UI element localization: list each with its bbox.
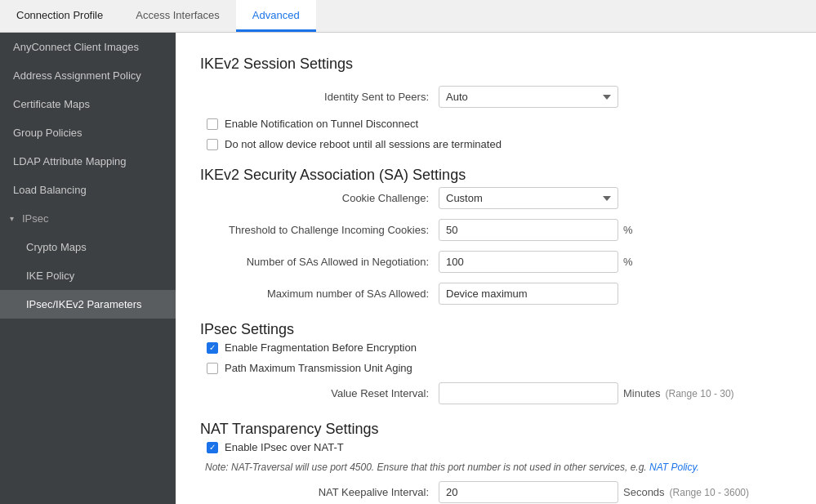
fragmentation-row: Enable Fragmentation Before Encryption: [200, 341, 791, 354]
fragmentation-label: Enable Fragmentation Before Encryption: [225, 341, 417, 354]
sidebar-item-group-policies[interactable]: Group Policies: [0, 118, 176, 147]
keepalive-group: Seconds (Range 10 - 3600): [439, 481, 749, 503]
value-reset-row: Value Reset Interval: Minutes (Range 10 …: [200, 382, 791, 404]
threshold-suffix: %: [623, 224, 633, 236]
value-reset-suffix: Minutes: [623, 387, 661, 399]
cookie-challenge-label: Cookie Challenge:: [200, 192, 429, 204]
threshold-row: Threshold to Challenge Incoming Cookies:…: [200, 219, 791, 241]
threshold-group: %: [439, 219, 633, 241]
identity-sent-label: Identity Sent to Peers:: [200, 91, 429, 103]
chevron-down-icon: ▾: [10, 214, 14, 223]
value-reset-label: Value Reset Interval:: [200, 387, 429, 399]
content-area: IKEv2 Session Settings Identity Sent to …: [176, 33, 816, 504]
sidebar-item-ipsec-group[interactable]: ▾ IPsec: [0, 204, 176, 233]
num-sas-group: %: [439, 251, 633, 273]
fragmentation-checkbox[interactable]: [207, 342, 218, 354]
top-tab-bar: Connection Profile Access Interfaces Adv…: [0, 0, 816, 33]
keepalive-input[interactable]: [439, 481, 618, 503]
main-layout: AnyConnect Client Images Address Assignm…: [0, 33, 816, 504]
sidebar-item-ipsec-ikev2-parameters[interactable]: IPsec/IKEv2 Parameters: [0, 290, 176, 319]
reboot-row: Do not allow device reboot until all ses…: [200, 138, 791, 150]
max-sas-input[interactable]: [439, 283, 618, 305]
threshold-input[interactable]: [439, 219, 618, 241]
enable-ipsec-nat-row: Enable IPsec over NAT-T: [200, 441, 791, 453]
value-reset-group: Minutes (Range 10 - 30): [439, 382, 734, 404]
value-reset-input[interactable]: [439, 382, 618, 404]
num-sas-input[interactable]: [439, 251, 618, 273]
reboot-checkbox[interactable]: [207, 139, 218, 150]
max-sas-label: Maximum number of SAs Allowed:: [200, 288, 429, 300]
max-sas-group: [439, 283, 618, 305]
tab-access-interfaces[interactable]: Access Interfaces: [119, 0, 236, 32]
sidebar-item-crypto-maps[interactable]: Crypto Maps: [0, 233, 176, 261]
ikev2-session-title: IKEv2 Session Settings: [200, 56, 791, 73]
cookie-challenge-select[interactable]: Never Always Custom: [439, 187, 618, 209]
ipsec-title: IPsec Settings: [200, 321, 791, 338]
notification-checkbox[interactable]: [207, 118, 218, 130]
identity-sent-row: Identity Sent to Peers: Auto Address Key…: [200, 86, 791, 108]
threshold-label: Threshold to Challenge Incoming Cookies:: [200, 224, 429, 236]
identity-sent-group: Auto Address Key ID Distinguished Name: [439, 86, 618, 108]
num-sas-row: Number of SAs Allowed in Negotiation: %: [200, 251, 791, 273]
keepalive-row: NAT Keepalive Interval: Seconds (Range 1…: [200, 481, 791, 503]
path-mtu-row: Path Maximum Transmission Unit Aging: [200, 362, 791, 374]
sidebar-item-ldap-attribute-mapping[interactable]: LDAP Attribute Mapping: [0, 147, 176, 176]
sidebar-item-certificate-maps[interactable]: Certificate Maps: [0, 90, 176, 118]
nat-title: NAT Transparency Settings: [200, 421, 791, 438]
nat-policy-link[interactable]: NAT Policy.: [649, 462, 699, 473]
identity-sent-select[interactable]: Auto Address Key ID Distinguished Name: [439, 86, 618, 108]
cookie-challenge-row: Cookie Challenge: Never Always Custom: [200, 187, 791, 209]
enable-ipsec-nat-checkbox[interactable]: [207, 442, 218, 453]
sidebar-item-address-assignment-policy[interactable]: Address Assignment Policy: [0, 61, 176, 90]
reboot-label: Do not allow device reboot until all ses…: [225, 138, 502, 150]
max-sas-row: Maximum number of SAs Allowed:: [200, 283, 791, 305]
notification-row: Enable Notification on Tunnel Disconnect: [200, 118, 791, 130]
sidebar: AnyConnect Client Images Address Assignm…: [0, 33, 176, 504]
sidebar-item-ike-policy[interactable]: IKE Policy: [0, 261, 176, 290]
notification-label: Enable Notification on Tunnel Disconnect: [225, 118, 418, 130]
sidebar-item-load-balancing[interactable]: Load Balancing: [0, 176, 176, 204]
num-sas-suffix: %: [623, 256, 633, 268]
value-reset-hint: (Range 10 - 30): [666, 388, 734, 399]
enable-ipsec-nat-label: Enable IPsec over NAT-T: [225, 441, 344, 453]
path-mtu-checkbox[interactable]: [207, 363, 218, 374]
nat-note: Note: NAT-Traversal will use port 4500. …: [200, 462, 791, 473]
keepalive-hint: (Range 10 - 3600): [670, 487, 749, 498]
tab-advanced[interactable]: Advanced: [236, 0, 316, 32]
sidebar-item-anyconnect-client-images[interactable]: AnyConnect Client Images: [0, 33, 176, 61]
keepalive-label: NAT Keepalive Interval:: [200, 486, 429, 498]
num-sas-label: Number of SAs Allowed in Negotiation:: [200, 256, 429, 268]
cookie-challenge-group: Never Always Custom: [439, 187, 618, 209]
tab-connection-profile[interactable]: Connection Profile: [0, 0, 119, 32]
ikev2-sa-title: IKEv2 Security Association (SA) Settings: [200, 167, 791, 184]
path-mtu-label: Path Maximum Transmission Unit Aging: [225, 362, 412, 374]
keepalive-suffix: Seconds: [623, 486, 665, 498]
